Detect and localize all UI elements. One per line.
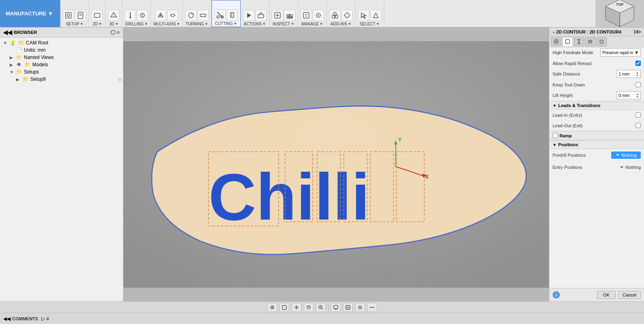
comments-menu-icon[interactable]: ≡ — [46, 316, 49, 322]
bottom-btn-grid[interactable] — [343, 303, 353, 312]
allow-rapid-retract-checkbox[interactable] — [636, 61, 641, 66]
tree-item-setup9[interactable]: ▶ 📁 Setup9 ⊙ — [0, 76, 123, 83]
tree-item-named-views[interactable]: ▶ 📁 Named Views — [0, 54, 123, 61]
positions-arrow: ▼ — [553, 143, 557, 147]
panel-tab-passes[interactable] — [585, 37, 595, 46]
cam-root-folder-icon: 📁 — [17, 40, 25, 46]
svg-rect-35 — [334, 13, 336, 16]
bottom-btn-view[interactable] — [355, 303, 365, 312]
setup9-target-icon: ⊙ — [118, 77, 121, 82]
toolbar-group-drilling[interactable]: DRILLING ▼ — [122, 0, 151, 27]
toolbar-group-3d[interactable]: 3D ▼ — [106, 0, 122, 27]
panel-tab-tool[interactable] — [551, 37, 561, 46]
leads-transitions-header[interactable]: ▼ Leads & Transitions — [549, 101, 644, 110]
toolbar-group-actions[interactable]: ACTIONS ▼ — [241, 0, 269, 27]
cancel-button[interactable]: Cancel — [618, 291, 641, 299]
bottom-btn-origin[interactable] — [267, 303, 277, 312]
viewport[interactable]: Chilli Y X — [123, 27, 549, 301]
comments-expand-icon[interactable]: ▷ — [41, 316, 45, 322]
high-feedrate-label: High Feedrate Mode — [553, 50, 600, 55]
entry-arrow-icon — [619, 165, 624, 170]
manufacture-button[interactable]: MANUFACTURE ▼ — [0, 0, 60, 27]
manage-icons — [301, 10, 324, 21]
panel-expand-icon[interactable]: ▷▷ — [634, 29, 641, 34]
setup9-label: Setup9 — [30, 76, 118, 82]
setups-folder-icon: 📁 — [15, 69, 23, 75]
right-panel: ● 2D CONTOUR : 2D CONTOUR4 ▷▷ — [549, 27, 644, 301]
sidebar: ◀◀ BROWSER ⬡ ≡ ▼ 💡 📁 CAM Root ▶ 📄 — [0, 27, 123, 301]
toolbar-group-multi-axis[interactable]: MULTI-AXIS ▼ — [151, 0, 182, 27]
ok-button[interactable]: OK — [597, 291, 616, 299]
high-feedrate-row: High Feedrate Mode Preserve rapid m... ▼ — [549, 47, 644, 58]
lead-in-checkbox[interactable] — [636, 112, 641, 118]
ramp-checkbox[interactable] — [553, 133, 558, 138]
select-icon2 — [370, 10, 381, 21]
bottom-btn-pan[interactable] — [292, 303, 301, 312]
svg-rect-0 — [66, 13, 71, 18]
multi-axis-icon1 — [155, 10, 166, 21]
info-button[interactable]: i — [553, 291, 560, 299]
sidebar-collapse-btn[interactable]: ◀◀ — [3, 29, 12, 36]
toolbar-group-manage[interactable]: MANAGE ▼ — [298, 0, 327, 27]
panel-tab-linking[interactable] — [596, 37, 607, 46]
toolbar-group-setup[interactable]: SETUP ▼ — [60, 0, 89, 27]
actions-icon2 — [255, 10, 267, 21]
lift-height-spinner[interactable]: ▲▼ — [636, 93, 639, 98]
svg-line-75 — [322, 308, 323, 309]
bottom-btn-zoom-fit[interactable] — [280, 303, 289, 312]
toolbar-group-turning[interactable]: TURNING ▼ — [183, 0, 212, 27]
comments-collapse-btn[interactable]: ◀◀ — [3, 316, 11, 322]
keep-tool-down-checkbox[interactable] — [636, 82, 641, 87]
toolbar-group-2d[interactable]: 2D ▼ — [89, 0, 106, 27]
ramp-header[interactable]: Ramp — [549, 131, 644, 140]
toolbar-group-cutting[interactable]: CUTTING ▼ — [212, 0, 241, 27]
high-feedrate-value[interactable]: Preserve rapid m... ▼ — [600, 48, 641, 57]
bottom-btn-more[interactable] — [367, 303, 377, 312]
inspect-label: INSPECT — [273, 22, 290, 26]
toolbar-group-add-ins[interactable]: ADD-INS ▼ — [327, 0, 356, 27]
sidebar-menu-icon[interactable]: ≡ — [117, 29, 120, 36]
drilling-label: DRILLING — [125, 22, 144, 26]
view-cube[interactable]: TOP Z — [595, 0, 644, 27]
svg-marker-8 — [129, 17, 131, 19]
tree-item-cam-root[interactable]: ▼ 💡 📁 CAM Root — [0, 39, 123, 46]
turning-icons — [185, 10, 209, 21]
positions-header[interactable]: ▼ Positions — [549, 140, 644, 149]
lift-height-input[interactable]: 0 mm ▲▼ — [616, 91, 641, 99]
panel-tab-geometry[interactable] — [562, 37, 573, 46]
high-feedrate-dropdown[interactable]: Preserve rapid m... ▼ — [600, 48, 641, 57]
keep-tool-down-row: Keep Tool Down — [549, 80, 644, 90]
svg-text:X: X — [425, 173, 429, 180]
cam-root-bulb-icon: 💡 — [9, 40, 16, 46]
toolbar-group-inspect[interactable]: INSPECT ▼ — [269, 0, 298, 27]
sidebar-expand-icon[interactable]: ⬡ — [110, 29, 115, 36]
svg-rect-20 — [258, 15, 264, 18]
tree-item-setups[interactable]: ▼ 📁 Setups — [0, 68, 123, 76]
setup-icons — [63, 10, 86, 21]
setup-label: SETUP — [66, 22, 79, 26]
safe-distance-spinner[interactable]: ▲▼ — [636, 71, 639, 77]
tree-item-units[interactable]: ▶ 📄 Units: mm — [0, 46, 123, 54]
svg-rect-33 — [332, 15, 335, 18]
lead-in-label: Lead-In (Entry) — [553, 113, 636, 118]
safe-distance-input[interactable]: 1 mm ▲▼ — [616, 70, 641, 78]
svg-rect-13 — [200, 14, 206, 17]
lead-out-checkbox[interactable] — [636, 123, 641, 128]
manufacture-arrow: ▼ — [48, 11, 53, 17]
tree-item-models[interactable]: ▶ 👁 📁 Models — [0, 61, 123, 68]
toolbar-group-select[interactable]: SELECT ▼ — [356, 0, 384, 27]
leads-transitions-label: Leads & Transitions — [558, 103, 601, 108]
entry-label: Entry Positions — [553, 165, 619, 170]
turning-icon2 — [197, 10, 209, 21]
bottom-btn-display-settings[interactable] — [331, 303, 341, 312]
bottom-btn-zoom[interactable] — [316, 303, 326, 312]
svg-text:Chilli: Chilli — [208, 160, 370, 234]
named-views-label: Named Views — [24, 55, 121, 60]
panel-tab-heights[interactable] — [574, 37, 584, 46]
predrill-nothing-btn[interactable]: Nothing — [611, 151, 641, 159]
setup9-folder-icon: 📁 — [22, 76, 29, 82]
svg-point-88 — [373, 307, 374, 308]
bottom-btn-orbit[interactable] — [304, 303, 314, 312]
entry-nothing-text[interactable]: Nothing — [619, 165, 641, 170]
comments-bar: ◀◀ COMMENTS ▷ ≡ — [0, 313, 644, 324]
